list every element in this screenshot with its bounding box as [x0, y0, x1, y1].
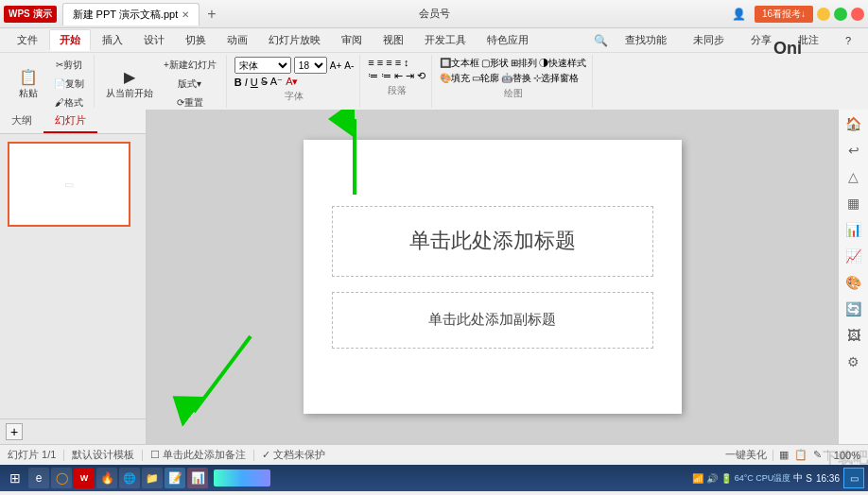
rp-settings-icon[interactable]: ⚙ — [844, 351, 862, 372]
view-slide-icon[interactable]: ✎ — [813, 449, 822, 461]
taskbar-folder-icon[interactable]: 📁 — [142, 468, 163, 488]
align-left-btn[interactable]: ≡ — [368, 57, 373, 68]
reset-btn[interactable]: ⟳重置 — [160, 94, 220, 110]
slide-thumbnail[interactable]: ▭ — [8, 142, 130, 227]
slide-thumb-area[interactable]: 1 ▭ — [0, 134, 146, 418]
taskbar-edge-icon[interactable]: e — [28, 468, 49, 488]
add-slide-btn[interactable]: +新建幻灯片 — [160, 57, 220, 74]
textbox-btn[interactable]: 🔲文本框 — [440, 57, 479, 70]
font-decrease[interactable]: A- — [344, 60, 354, 71]
rp-paint-icon[interactable]: 🎨 — [842, 272, 864, 293]
beautify-btn[interactable]: 一键美化 — [725, 448, 767, 462]
taskbar-wps-icon[interactable]: W — [74, 468, 95, 488]
strikethrough-btn[interactable]: S̶ — [261, 76, 268, 88]
status-sep-3 — [253, 450, 254, 461]
minimize-button[interactable] — [817, 8, 830, 21]
ribbon-tab-design[interactable]: 设计 — [134, 30, 174, 50]
ribbon-tab-animation[interactable]: 动画 — [217, 30, 257, 50]
font-size-select[interactable]: 18 — [294, 57, 327, 74]
view-normal-icon[interactable]: ▦ — [779, 449, 789, 461]
ribbon-tab-special[interactable]: 特色应用 — [477, 30, 538, 50]
bold-btn[interactable]: B — [234, 77, 242, 88]
title-placeholder[interactable]: 单击此处添加标题 — [332, 206, 653, 277]
align-center-btn[interactable]: ≡ — [377, 57, 383, 68]
close-icon[interactable]: ✕ — [182, 9, 189, 20]
align-right-btn[interactable]: ≡ — [386, 57, 391, 68]
taskbar-fire-icon[interactable]: 🔥 — [96, 468, 117, 488]
add-slide-button[interactable]: + — [6, 423, 23, 440]
font-color-btn[interactable]: A▾ — [286, 76, 298, 88]
slide-canvas[interactable]: 单击此处添加标题 单击此处添加副标题 — [304, 140, 682, 414]
ribbon-tab-transition[interactable]: 切换 — [176, 30, 216, 50]
fill-btn[interactable]: 🎨填充 — [440, 72, 470, 85]
wps-logo[interactable]: WPS 演示 — [4, 6, 57, 23]
outline-btn[interactable]: ▭轮廓 — [472, 72, 499, 85]
taskbar-app2-icon[interactable]: 📊 — [187, 468, 208, 488]
ribbon-tab-dev[interactable]: 开发工具 — [415, 30, 476, 50]
indent-increase-btn[interactable]: ⇥ — [406, 70, 414, 82]
quickstyle-btn[interactable]: ◑快速样式 — [539, 57, 586, 70]
user-button[interactable]: 16看报考↓ — [755, 6, 813, 23]
ribbon-tab-slideshow[interactable]: 幻灯片放映 — [259, 30, 330, 50]
taskbar-chrome-icon[interactable]: 🌐 — [119, 468, 140, 488]
close-button[interactable] — [851, 8, 864, 21]
ribbon-tab-view[interactable]: 视图 — [373, 30, 413, 50]
paste-button[interactable]: 📋 粘贴 — [9, 66, 47, 102]
rp-chart-icon[interactable]: 📊 — [842, 219, 864, 240]
bullet-btn[interactable]: ≔ — [368, 70, 378, 82]
ribbon-search-label[interactable]: 查找功能 — [616, 30, 676, 50]
title-bar-left: WPS 演示 新建 PPT 演示文稿.ppt ✕ + — [4, 3, 222, 26]
slide-panel-tabs: 大纲 幻灯片 — [0, 110, 146, 134]
show-desktop-btn[interactable]: ▭ — [843, 468, 864, 488]
rp-image-icon[interactable]: 🖼 — [844, 325, 863, 346]
ribbon-tab-home[interactable]: 开始 — [49, 29, 91, 51]
shape-btn[interactable]: ▢形状 — [481, 57, 509, 70]
share-btn[interactable]: 分享 — [741, 30, 781, 50]
comment-btn[interactable]: 批注 — [789, 30, 828, 50]
font-family-select[interactable]: 宋体 — [234, 57, 291, 74]
ribbon-tab-file[interactable]: 文件 — [8, 30, 47, 50]
help-btn[interactable]: ? — [836, 32, 860, 49]
indent-decrease-btn[interactable]: ⇤ — [394, 70, 403, 82]
select-btn[interactable]: ⊹选择窗格 — [533, 72, 579, 85]
taskbar-app1-icon[interactable]: 📝 — [165, 468, 185, 488]
rp-stats-icon[interactable]: 📈 — [842, 246, 864, 266]
new-tab-button[interactable]: + — [201, 6, 221, 23]
italic-btn[interactable]: I — [245, 77, 248, 88]
ribbon-tab-insert[interactable]: 插入 — [93, 30, 132, 50]
font-increase[interactable]: A+ — [330, 60, 342, 71]
ai-btn[interactable]: 🤖替换 — [501, 72, 531, 85]
underline-btn[interactable]: U — [251, 77, 258, 88]
taskbar-ie-icon[interactable]: ◯ — [51, 468, 72, 488]
format-painter[interactable]: 🖌格式 — [50, 94, 88, 110]
rp-refresh-icon[interactable]: 🔄 — [842, 299, 864, 319]
user-icon[interactable]: 👤 — [727, 6, 751, 23]
title-center: 会员号 — [419, 7, 450, 21]
copy-button[interactable]: 📄复制 — [50, 76, 88, 93]
file-tab[interactable]: 新建 PPT 演示文稿.ppt ✕ — [62, 3, 200, 26]
status-sep-5 — [827, 450, 828, 461]
start-icon: ⊞ — [9, 470, 21, 486]
cut-button[interactable]: ✂剪切 — [50, 57, 88, 74]
unsync-btn[interactable]: 未同步 — [684, 30, 734, 50]
rp-grid-icon[interactable]: ▦ — [844, 193, 862, 213]
subtitle-placeholder[interactable]: 单击此处添加副标题 — [332, 292, 653, 349]
rp-home-icon[interactable]: 🏠 — [842, 113, 864, 134]
view-outline-icon[interactable]: 📋 — [794, 449, 807, 461]
slides-tab[interactable]: 幻灯片 — [43, 110, 97, 133]
title-bar: WPS 演示 新建 PPT 演示文稿.ppt ✕ + 会员号 👤 16看报考↓ — [0, 0, 868, 28]
shadow-btn[interactable]: A⁻ — [270, 76, 283, 88]
line-spacing-btn[interactable]: ↕ — [404, 57, 409, 68]
start-button[interactable]: ⊞ — [4, 468, 26, 488]
rp-upload-icon[interactable]: △ — [845, 166, 861, 187]
rp-undo-icon[interactable]: ↩ — [845, 140, 862, 161]
text-direction-btn[interactable]: ⟲ — [417, 70, 425, 82]
layout-btn[interactable]: 版式▾ — [160, 76, 220, 93]
numbered-btn[interactable]: ≔ — [381, 70, 391, 82]
new-slide-button[interactable]: ▶ 从当前开始 — [102, 66, 157, 102]
align-justify-btn[interactable]: ≡ — [395, 57, 401, 68]
outline-tab[interactable]: 大纲 — [0, 110, 43, 133]
maximize-button[interactable] — [834, 8, 847, 21]
ribbon-tab-review[interactable]: 审阅 — [332, 30, 372, 50]
arrange-btn[interactable]: ⊞排列 — [511, 57, 537, 70]
